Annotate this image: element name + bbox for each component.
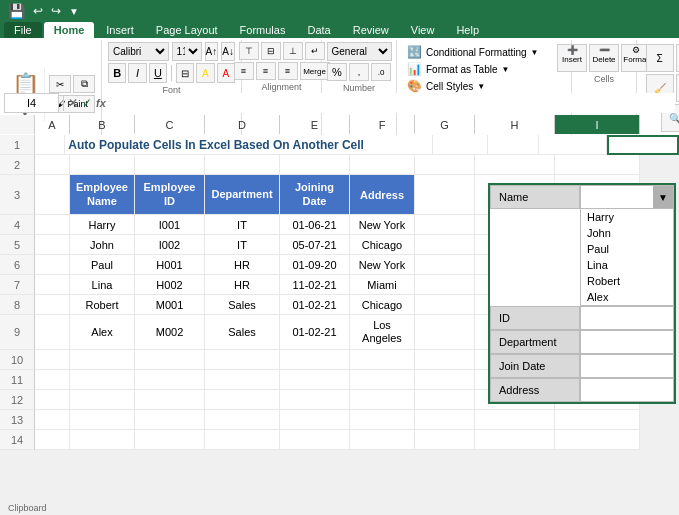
cell-a10[interactable] xyxy=(35,350,70,370)
cell-c12[interactable] xyxy=(135,390,205,410)
cell-i1[interactable] xyxy=(607,135,679,155)
cell-c3-header[interactable]: Employee ID xyxy=(135,175,205,215)
tab-insert[interactable]: Insert xyxy=(96,22,144,38)
italic-button[interactable]: I xyxy=(128,63,146,83)
dropdown-id-value[interactable] xyxy=(580,306,674,330)
number-format-select[interactable]: General xyxy=(327,42,392,61)
cell-d12[interactable] xyxy=(205,390,280,410)
dropdown-list-item[interactable]: John xyxy=(581,225,673,241)
cell-c6[interactable]: H001 xyxy=(135,255,205,275)
cell-g2[interactable] xyxy=(415,155,475,175)
fill-color-button[interactable]: A xyxy=(196,63,214,83)
cell-d13[interactable] xyxy=(205,410,280,430)
row-number[interactable]: 1 xyxy=(0,135,35,155)
cell-e11[interactable] xyxy=(280,370,350,390)
cell-f6[interactable]: New York xyxy=(350,255,415,275)
cell-g9[interactable] xyxy=(415,315,475,350)
col-header-h[interactable]: H xyxy=(475,115,555,134)
cell-h13[interactable] xyxy=(475,410,555,430)
quick-access-dropdown[interactable]: ▼ xyxy=(69,6,79,17)
quick-access-undo[interactable]: ↩ xyxy=(33,4,43,18)
cell-b2[interactable] xyxy=(70,155,135,175)
cell-b9[interactable]: Alex xyxy=(70,315,135,350)
align-right-button[interactable]: ≡ xyxy=(278,62,298,80)
cell-f12[interactable] xyxy=(350,390,415,410)
cell-d8[interactable]: Sales xyxy=(205,295,280,315)
cell-f9[interactable]: Los Angeles xyxy=(350,315,415,350)
col-header-f[interactable]: F xyxy=(350,115,415,134)
cell-c13[interactable] xyxy=(135,410,205,430)
row-number[interactable]: 9 xyxy=(0,315,35,350)
cell-f13[interactable] xyxy=(350,410,415,430)
cell-h2[interactable] xyxy=(475,155,555,175)
bold-button[interactable]: B xyxy=(108,63,126,83)
cell-c5[interactable]: I002 xyxy=(135,235,205,255)
sum-button[interactable]: Σ xyxy=(646,44,674,72)
cell-f3-header[interactable]: Address xyxy=(350,175,415,215)
cell-d9[interactable]: Sales xyxy=(205,315,280,350)
cell-a5[interactable] xyxy=(35,235,70,255)
formula-input[interactable] xyxy=(110,93,675,113)
conditional-formatting-button[interactable]: 🔣 Conditional Formatting ▼ xyxy=(405,44,563,60)
delete-cells-button[interactable]: ➖Delete xyxy=(589,44,619,72)
quick-access-redo[interactable]: ↪ xyxy=(51,4,61,18)
tab-home[interactable]: Home xyxy=(44,22,95,38)
comma-button[interactable]: , xyxy=(349,63,369,81)
row-number[interactable]: 4 xyxy=(0,215,35,235)
sort-filter-button[interactable]: ↕ xyxy=(676,74,680,102)
insert-cells-button[interactable]: ➕Insert xyxy=(557,44,587,72)
cell-d2[interactable] xyxy=(205,155,280,175)
cell-c11[interactable] xyxy=(135,370,205,390)
cell-f7[interactable]: Miami xyxy=(350,275,415,295)
col-header-c[interactable]: C xyxy=(135,115,205,134)
col-header-i[interactable]: I xyxy=(555,115,640,134)
cell-g3[interactable] xyxy=(415,175,475,215)
row-number[interactable]: 10 xyxy=(0,350,35,370)
cell-e2[interactable] xyxy=(280,155,350,175)
cell-b13[interactable] xyxy=(70,410,135,430)
cell-b11[interactable] xyxy=(70,370,135,390)
col-header-g[interactable]: G xyxy=(415,115,475,134)
row-number[interactable]: 8 xyxy=(0,295,35,315)
cell-f8[interactable]: Chicago xyxy=(350,295,415,315)
cell-c10[interactable] xyxy=(135,350,205,370)
cell-b8[interactable]: Robert xyxy=(70,295,135,315)
cell-d10[interactable] xyxy=(205,350,280,370)
dropdown-arrow-icon[interactable]: ▼ xyxy=(653,186,673,208)
cell-a8[interactable] xyxy=(35,295,70,315)
cell-a11[interactable] xyxy=(35,370,70,390)
cell-b10[interactable] xyxy=(70,350,135,370)
align-top-button[interactable]: ⊤ xyxy=(239,42,259,60)
fx-icon[interactable]: fx xyxy=(96,97,106,109)
cell-b4[interactable]: Harry xyxy=(70,215,135,235)
cell-g12[interactable] xyxy=(415,390,475,410)
cell-e13[interactable] xyxy=(280,410,350,430)
cell-a1[interactable] xyxy=(35,135,65,155)
cell-d3-header[interactable]: Department xyxy=(205,175,280,215)
cell-f11[interactable] xyxy=(350,370,415,390)
cell-f1[interactable] xyxy=(433,135,488,155)
align-center-button[interactable]: ≡ xyxy=(256,62,276,80)
cut-button[interactable]: ✂ xyxy=(49,75,71,93)
cell-d11[interactable] xyxy=(205,370,280,390)
cell-i13[interactable] xyxy=(555,410,640,430)
cell-e5[interactable]: 05-07-21 xyxy=(280,235,350,255)
cell-g11[interactable] xyxy=(415,370,475,390)
cell-g7[interactable] xyxy=(415,275,475,295)
row-number[interactable]: 5 xyxy=(0,235,35,255)
dropdown-dept-value[interactable] xyxy=(580,330,674,354)
tab-data[interactable]: Data xyxy=(297,22,340,38)
cell-a4[interactable] xyxy=(35,215,70,235)
cell-g4[interactable] xyxy=(415,215,475,235)
cell-a6[interactable] xyxy=(35,255,70,275)
cell-reference-input[interactable] xyxy=(4,93,59,113)
cell-g10[interactable] xyxy=(415,350,475,370)
cell-a2[interactable] xyxy=(35,155,70,175)
cell-b12[interactable] xyxy=(70,390,135,410)
dropdown-name-input[interactable]: ▼ xyxy=(580,185,674,209)
cell-b6[interactable]: Paul xyxy=(70,255,135,275)
col-header-b[interactable]: B xyxy=(70,115,135,134)
cell-d14[interactable] xyxy=(205,430,280,450)
cell-d6[interactable]: HR xyxy=(205,255,280,275)
cell-g14[interactable] xyxy=(415,430,475,450)
